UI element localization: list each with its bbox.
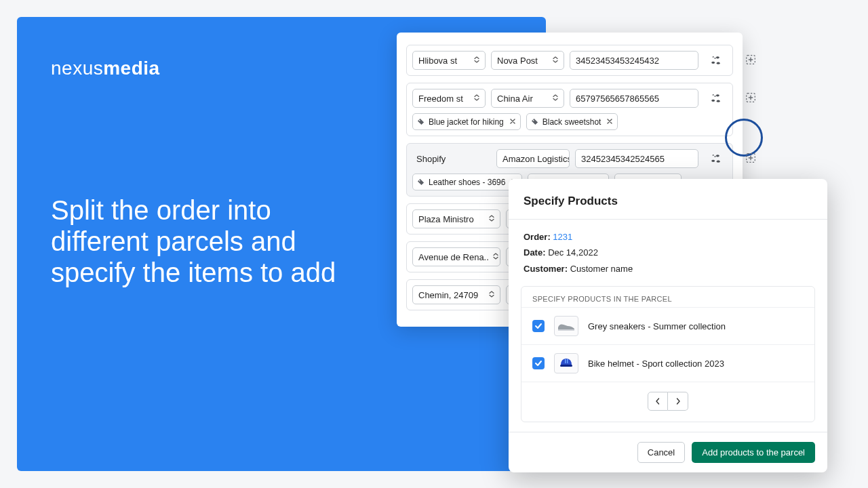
svg-point-7 xyxy=(532,120,534,121)
remove-tag-icon[interactable] xyxy=(606,117,613,127)
parcel-carrier-select[interactable]: Nova Post xyxy=(491,51,564,70)
modal-title: Specify Products xyxy=(524,195,618,208)
customer-value: Customer name xyxy=(570,264,633,274)
modal-meta: Order: 1231 Date: Dec 14,2022 Customer: … xyxy=(509,220,827,283)
next-page-button[interactable] xyxy=(668,392,688,411)
product-name: Grey sneakers - Summer collection xyxy=(588,321,726,331)
svg-rect-14 xyxy=(560,365,572,367)
product-tag: Blue jacket for hiking xyxy=(412,113,521,130)
product-tag: Black sweetshot xyxy=(526,113,618,130)
products-section-title: SPECIFY PRODUCTS IN THE PARCEL xyxy=(521,287,814,307)
product-row: Bike helmet - Sport collection 2023 xyxy=(521,344,814,382)
svg-rect-15 xyxy=(565,359,566,363)
product-tag-label: Blue jacket for hiking xyxy=(429,117,504,127)
parcel-tracking-input[interactable]: 32452345342524565 xyxy=(575,149,698,168)
svg-point-8 xyxy=(716,155,719,157)
parcel-carrier-select[interactable]: Amazon Logistics xyxy=(496,149,570,168)
svg-point-4 xyxy=(711,100,715,102)
sneaker-icon xyxy=(554,316,578,336)
svg-point-9 xyxy=(711,160,715,162)
svg-point-10 xyxy=(717,161,720,163)
product-name: Bike helmet - Sport collection 2023 xyxy=(588,359,724,369)
svg-point-1 xyxy=(711,62,715,64)
svg-point-11 xyxy=(419,180,420,182)
add-parcel-icon[interactable] xyxy=(741,88,760,107)
date-value: Dec 14,2022 xyxy=(548,247,598,258)
add-parcel-icon[interactable] xyxy=(741,148,760,167)
prev-page-button[interactable] xyxy=(648,392,668,411)
split-parcel-icon[interactable] xyxy=(704,89,727,108)
svg-point-3 xyxy=(716,94,719,96)
parcel-row: Freedom stChina Air65797565657865565Blue… xyxy=(406,83,733,136)
parcel-address-plain: Shopify xyxy=(412,149,491,168)
parcel-address-select[interactable]: Plaza Ministro xyxy=(412,209,500,228)
specify-products-modal: Specify Products Order: 1231 Date: Dec 1… xyxy=(509,179,827,472)
cancel-button[interactable]: Cancel xyxy=(637,442,685,463)
customer-label: Customer: xyxy=(524,264,568,274)
product-row: Grey sneakers - Summer collection xyxy=(521,307,814,344)
helmet-icon xyxy=(554,353,578,373)
svg-point-6 xyxy=(419,120,420,121)
order-label: Order: xyxy=(524,232,551,242)
add-parcel-icon[interactable] xyxy=(741,50,760,69)
parcel-row: Hlibova stNova Post34523453453245432 xyxy=(406,45,733,76)
headline: Split the order into different parcels a… xyxy=(51,195,349,288)
svg-point-2 xyxy=(717,62,720,64)
date-label: Date: xyxy=(524,247,546,258)
parcel-address-select[interactable]: Avenue de Rena.. xyxy=(412,247,500,266)
add-products-button[interactable]: Add products to the parcel xyxy=(692,442,815,463)
parcel-address-select[interactable]: Freedom st xyxy=(412,89,486,108)
svg-point-5 xyxy=(717,100,720,102)
pager xyxy=(521,382,814,422)
parcel-tracking-input[interactable]: 65797565657865565 xyxy=(570,89,698,108)
product-checkbox[interactable] xyxy=(532,320,545,332)
product-tag-label: Leather shoes - 3696 xyxy=(429,178,505,187)
product-tag-label: Black sweetshot xyxy=(542,117,601,127)
close-icon[interactable] xyxy=(807,191,812,211)
order-link[interactable]: 1231 xyxy=(553,232,572,242)
svg-point-0 xyxy=(716,56,719,58)
parcel-carrier-select[interactable]: China Air xyxy=(491,89,564,108)
split-parcel-icon[interactable] xyxy=(704,149,727,168)
svg-rect-16 xyxy=(567,359,568,363)
brand-word-1: nexus xyxy=(51,58,103,79)
remove-tag-icon[interactable] xyxy=(509,117,516,127)
brand-word-2: media xyxy=(103,58,159,79)
parcel-address-select[interactable]: Chemin, 24709 xyxy=(412,285,500,304)
parcel-address-select[interactable]: Hlibova st xyxy=(412,51,486,70)
product-tag: Leather shoes - 3696 xyxy=(412,174,522,190)
products-box: SPECIFY PRODUCTS IN THE PARCEL Grey snea… xyxy=(521,286,815,422)
parcel-tracking-input[interactable]: 34523453453245432 xyxy=(570,51,698,70)
product-checkbox[interactable] xyxy=(532,357,545,369)
split-parcel-icon[interactable] xyxy=(704,51,727,70)
